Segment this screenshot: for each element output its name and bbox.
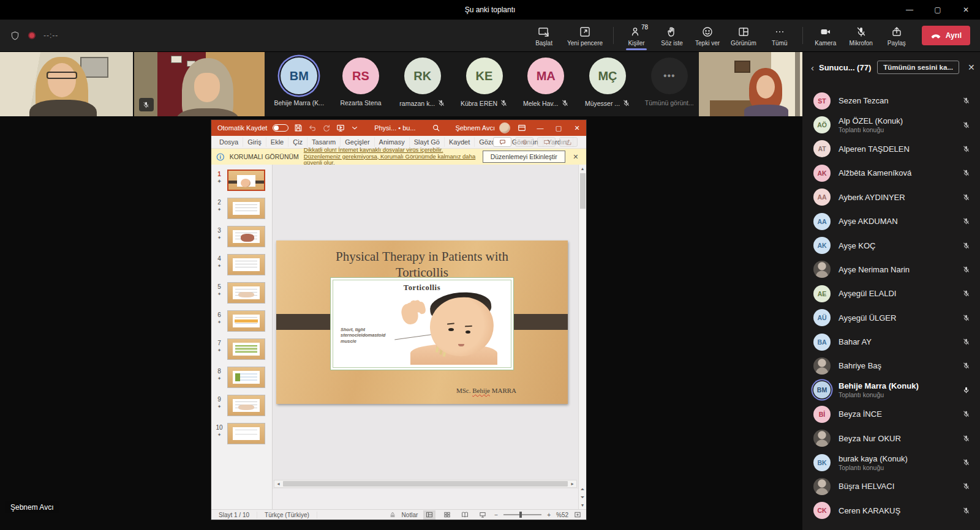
reading-view-button[interactable] bbox=[459, 510, 471, 520]
account-area[interactable]: Şebnem Avcı bbox=[455, 122, 510, 133]
mic-muted-icon[interactable] bbox=[962, 314, 970, 322]
participant-row[interactable]: AK Ayşe KOÇ bbox=[802, 233, 980, 257]
zoom-out-icon[interactable]: − bbox=[494, 512, 498, 518]
participant-row[interactable]: Büşra HELVACI bbox=[802, 474, 980, 498]
slide-thumbnail[interactable]: 5 ✦ bbox=[211, 282, 272, 304]
stage-avatar[interactable]: BM Behije Marra (K... bbox=[272, 58, 326, 106]
doc-title-area[interactable]: Physi... • bu... bbox=[359, 124, 455, 132]
zoom-slider-thumb[interactable] bbox=[519, 512, 522, 518]
video-tile-1[interactable] bbox=[0, 52, 133, 116]
back-icon[interactable]: ‹ bbox=[811, 62, 814, 73]
dismiss-bar-icon[interactable]: ✕ bbox=[570, 153, 581, 161]
stage-avatar[interactable]: MA Melek Hav... bbox=[519, 58, 573, 107]
mic-muted-icon[interactable] bbox=[962, 193, 970, 201]
mic-muted-icon[interactable] bbox=[962, 458, 970, 466]
scroll-up-icon[interactable]: ▴ bbox=[579, 166, 586, 171]
share-tray-button[interactable]: Paylaş bbox=[879, 20, 914, 51]
participant-row[interactable]: AA Ayberk AYDINYER bbox=[802, 185, 980, 209]
mic-muted-icon[interactable] bbox=[962, 435, 970, 442]
ribbon-options-icon[interactable] bbox=[513, 120, 531, 136]
slide-thumbnail[interactable]: 1 ✦ bbox=[211, 170, 272, 191]
close-icon[interactable]: ✕ bbox=[952, 0, 980, 20]
slide-thumbnail[interactable]: 2 ✦ bbox=[211, 198, 272, 219]
chevron-down-icon[interactable] bbox=[350, 124, 359, 132]
scroll-left-icon[interactable]: ◂ bbox=[274, 481, 282, 487]
slide-thumbnail[interactable]: 8 ✦ bbox=[211, 367, 272, 388]
video-tile-2[interactable] bbox=[134, 52, 265, 116]
slide-sorter-view-button[interactable] bbox=[441, 510, 453, 520]
mic-muted-icon[interactable] bbox=[962, 217, 970, 225]
show-all-button[interactable]: ••• Tümünü görünt... bbox=[643, 58, 696, 106]
mic-muted-icon[interactable] bbox=[962, 338, 970, 346]
raise-hand-button[interactable]: Söz iste bbox=[654, 20, 690, 51]
comments-button[interactable] bbox=[493, 137, 511, 147]
notes-toggle[interactable]: Notlar bbox=[402, 512, 418, 518]
ribbon-tab[interactable]: Tasarım bbox=[307, 137, 341, 147]
participant-row[interactable]: AT Alperen TAŞDELEN bbox=[802, 137, 980, 161]
mic-muted-icon[interactable] bbox=[962, 121, 970, 129]
mute-all-button[interactable]: Tümünün sesini ka... bbox=[877, 61, 959, 74]
normal-view-button[interactable] bbox=[423, 510, 435, 520]
fit-to-window-icon[interactable] bbox=[574, 511, 581, 518]
stage-avatar[interactable]: RK ramazan k... bbox=[396, 58, 450, 107]
camera-button[interactable]: Kamera bbox=[808, 20, 843, 51]
participant-row[interactable]: ST Sezen Tezcan bbox=[802, 89, 980, 113]
ribbon-tab[interactable]: Kaydet bbox=[445, 137, 475, 147]
react-button[interactable]: Tepki ver bbox=[690, 20, 725, 51]
undo-icon[interactable] bbox=[308, 124, 317, 132]
mic-muted-icon[interactable] bbox=[962, 410, 970, 418]
mic-muted-icon[interactable] bbox=[962, 169, 970, 177]
redo-icon[interactable] bbox=[322, 124, 331, 132]
ribbon-tab[interactable]: Ekle bbox=[266, 137, 288, 147]
participant-row[interactable]: Bahriye Baş bbox=[802, 354, 980, 378]
new-window-button[interactable]: Yeni pencere bbox=[562, 20, 608, 51]
record-button[interactable] bbox=[515, 137, 533, 147]
slideshow-view-button[interactable] bbox=[477, 510, 489, 520]
share-doc-button[interactable] bbox=[559, 137, 578, 147]
mic-muted-icon[interactable] bbox=[962, 362, 970, 370]
participant-row[interactable]: Ayşe Neriman Narin bbox=[802, 258, 980, 282]
stage-avatar[interactable]: KE Kübra EREN bbox=[458, 58, 511, 107]
ribbon-tab[interactable]: Slayt Gö bbox=[410, 137, 445, 147]
mic-muted-icon[interactable] bbox=[962, 289, 970, 297]
participant-row[interactable]: BM Behije Marra (Konuk) Toplantı konuğu bbox=[802, 378, 980, 402]
slide-thumbnail[interactable]: 6 ✦ bbox=[211, 310, 272, 332]
mic-on-icon[interactable] bbox=[962, 386, 970, 394]
participant-row[interactable]: AÖ Alp ÖZEL (Konuk) Toplantı konuğu bbox=[802, 113, 980, 136]
view-button[interactable]: Görünüm bbox=[725, 20, 762, 51]
leave-button[interactable]: Ayrıl bbox=[922, 26, 970, 45]
ribbon-tab[interactable]: Dosya bbox=[215, 137, 243, 147]
ppt-minimize-icon[interactable]: — bbox=[531, 120, 549, 136]
save-icon[interactable] bbox=[294, 124, 303, 132]
ribbon-tab[interactable]: Çiz bbox=[288, 137, 307, 147]
next-slide-icon[interactable]: ⏷ bbox=[581, 495, 584, 501]
scroll-right-icon[interactable]: ▸ bbox=[568, 481, 576, 487]
people-button[interactable]: 78 Kişiler bbox=[619, 20, 654, 51]
ribbon-tab[interactable]: Animasy bbox=[375, 137, 410, 147]
more-button[interactable]: Tümü bbox=[762, 20, 797, 51]
ppt-close-icon[interactable]: ✕ bbox=[568, 120, 586, 136]
mic-muted-icon[interactable] bbox=[962, 97, 970, 105]
ribbon-tab[interactable]: Giriş bbox=[243, 137, 266, 147]
slide-counter[interactable]: Slayt 1 / 10 bbox=[211, 512, 257, 518]
slide-thumbnail[interactable]: 7 ✦ bbox=[211, 338, 272, 360]
mic-button[interactable]: Mikrofon bbox=[843, 20, 879, 51]
close-panel-icon[interactable]: ✕ bbox=[964, 62, 979, 72]
protected-view-message[interactable]: Dikkatli olun! İnternet kaynaklı dosyala… bbox=[304, 147, 478, 167]
mic-muted-icon[interactable] bbox=[962, 507, 970, 515]
slide-thumbnail[interactable]: 9 ✦ bbox=[211, 395, 272, 416]
ppt-maximize-icon[interactable]: ▢ bbox=[549, 120, 568, 136]
language-indicator[interactable]: Türkçe (Türkiye) bbox=[257, 512, 317, 518]
participant-row[interactable]: BK burak kaya (Konuk) Toplantı konuğu bbox=[802, 450, 980, 474]
autosave-toggle[interactable] bbox=[273, 124, 288, 132]
stage-avatar[interactable]: MÇ Müyesser ... bbox=[581, 58, 635, 107]
slide-thumbnail[interactable]: 10 ✦ bbox=[211, 423, 272, 444]
participant-row[interactable]: CK Ceren KARAKUŞ bbox=[802, 499, 980, 523]
slide-thumbnail[interactable]: 4 ✦ bbox=[211, 254, 272, 275]
stage-avatar[interactable]: RS Rezarta Stena bbox=[334, 58, 388, 106]
participant-row[interactable]: Beyza Nur OKUR bbox=[802, 426, 980, 450]
participant-row[interactable]: AE Ayşegül ELALDI bbox=[802, 282, 980, 305]
zoom-in-icon[interactable]: + bbox=[547, 512, 551, 518]
enable-editing-button[interactable]: Düzenlemeyi Etkinleştir bbox=[483, 151, 565, 163]
participant-row[interactable]: AK Alžběta Kameníková bbox=[802, 161, 980, 185]
